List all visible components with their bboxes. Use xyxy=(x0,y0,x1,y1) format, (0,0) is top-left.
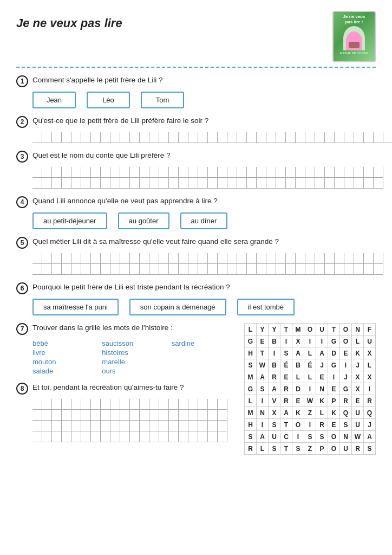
writing-cell[interactable] xyxy=(159,132,169,143)
writing-cell[interactable] xyxy=(257,132,266,143)
writing-cell[interactable] xyxy=(218,253,227,264)
writing-cell[interactable] xyxy=(325,167,335,178)
writing-cell[interactable] xyxy=(335,253,344,264)
writing-cell[interactable] xyxy=(247,167,257,178)
writing-cell[interactable] xyxy=(159,421,169,431)
writing-cell[interactable] xyxy=(305,132,315,143)
q6-option-1[interactable]: sa maîtresse l'a puni xyxy=(32,299,119,315)
writing-cell[interactable] xyxy=(198,431,208,442)
writing-cell[interactable] xyxy=(101,167,110,178)
writing-row[interactable] xyxy=(32,399,236,410)
writing-cell[interactable] xyxy=(140,178,149,189)
writing-cell[interactable] xyxy=(101,132,110,143)
writing-cell[interactable] xyxy=(179,431,188,442)
writing-cell[interactable] xyxy=(52,178,62,189)
writing-cell[interactable] xyxy=(237,167,247,178)
writing-cell[interactable] xyxy=(227,178,237,189)
writing-cell[interactable] xyxy=(227,253,237,264)
writing-cell[interactable] xyxy=(305,264,315,275)
writing-cell[interactable] xyxy=(364,132,374,143)
writing-cell[interactable] xyxy=(257,264,266,275)
writing-cell[interactable] xyxy=(149,399,159,410)
writing-cell[interactable] xyxy=(32,264,42,275)
writing-cell[interactable] xyxy=(110,399,120,410)
writing-cell[interactable] xyxy=(169,410,179,421)
writing-cell[interactable] xyxy=(91,264,101,275)
writing-cell[interactable] xyxy=(62,178,71,189)
writing-cell[interactable] xyxy=(120,399,130,410)
writing-cell[interactable] xyxy=(208,167,218,178)
writing-cell[interactable] xyxy=(354,264,364,275)
writing-cell[interactable] xyxy=(101,399,110,410)
writing-cell[interactable] xyxy=(198,421,208,431)
writing-cell[interactable] xyxy=(296,178,305,189)
writing-cell[interactable] xyxy=(91,431,101,442)
writing-cell[interactable] xyxy=(32,431,42,442)
writing-cell[interactable] xyxy=(188,421,198,431)
writing-cell[interactable] xyxy=(32,421,42,431)
writing-cell[interactable] xyxy=(198,167,208,178)
writing-cell[interactable] xyxy=(149,421,159,431)
writing-cell[interactable] xyxy=(140,264,149,275)
writing-cell[interactable] xyxy=(266,167,276,178)
writing-cell[interactable] xyxy=(169,253,179,264)
writing-cell[interactable] xyxy=(159,399,169,410)
writing-cell[interactable] xyxy=(335,132,344,143)
writing-cell[interactable] xyxy=(81,399,91,410)
writing-cell[interactable] xyxy=(188,399,198,410)
writing-cell[interactable] xyxy=(208,264,218,275)
writing-row[interactable] xyxy=(32,253,376,264)
writing-cell[interactable] xyxy=(52,167,62,178)
writing-cell[interactable] xyxy=(140,431,149,442)
writing-cell[interactable] xyxy=(188,132,198,143)
writing-cell[interactable] xyxy=(198,399,208,410)
q1-option-tom[interactable]: Tom xyxy=(141,92,184,108)
writing-row[interactable] xyxy=(32,431,236,442)
writing-cell[interactable] xyxy=(344,264,354,275)
writing-cell[interactable] xyxy=(364,253,374,264)
writing-cell[interactable] xyxy=(149,167,159,178)
writing-cell[interactable] xyxy=(120,178,130,189)
writing-cell[interactable] xyxy=(101,178,110,189)
writing-cell[interactable] xyxy=(71,178,81,189)
writing-cell[interactable] xyxy=(71,167,81,178)
writing-cell[interactable] xyxy=(91,421,101,431)
writing-cell[interactable] xyxy=(227,132,237,143)
writing-row[interactable] xyxy=(32,167,376,178)
writing-cell[interactable] xyxy=(198,253,208,264)
writing-cell[interactable] xyxy=(188,431,198,442)
writing-cell[interactable] xyxy=(276,132,286,143)
writing-cell[interactable] xyxy=(198,410,208,421)
writing-cell[interactable] xyxy=(266,253,276,264)
writing-cell[interactable] xyxy=(110,421,120,431)
writing-cell[interactable] xyxy=(110,264,120,275)
q4-option-3[interactable]: au dîner xyxy=(180,212,228,229)
writing-cell[interactable] xyxy=(101,431,110,442)
writing-cell[interactable] xyxy=(140,421,149,431)
writing-cell[interactable] xyxy=(169,167,179,178)
writing-cell[interactable] xyxy=(286,167,296,178)
writing-cell[interactable] xyxy=(52,253,62,264)
writing-cell[interactable] xyxy=(218,399,227,410)
writing-cell[interactable] xyxy=(101,264,110,275)
writing-cell[interactable] xyxy=(149,264,159,275)
writing-cell[interactable] xyxy=(305,253,315,264)
writing-cell[interactable] xyxy=(188,253,198,264)
writing-cell[interactable] xyxy=(32,410,42,421)
writing-cell[interactable] xyxy=(71,264,81,275)
writing-cell[interactable] xyxy=(266,264,276,275)
writing-cell[interactable] xyxy=(335,167,344,178)
writing-cell[interactable] xyxy=(62,421,71,431)
writing-cell[interactable] xyxy=(237,132,247,143)
writing-cell[interactable] xyxy=(286,264,296,275)
writing-cell[interactable] xyxy=(344,253,354,264)
writing-cell[interactable] xyxy=(247,264,257,275)
writing-cell[interactable] xyxy=(325,264,335,275)
writing-cell[interactable] xyxy=(62,253,71,264)
writing-cell[interactable] xyxy=(218,178,227,189)
writing-cell[interactable] xyxy=(32,253,42,264)
writing-cell[interactable] xyxy=(62,410,71,421)
writing-cell[interactable] xyxy=(315,253,325,264)
writing-cell[interactable] xyxy=(344,132,354,143)
writing-cell[interactable] xyxy=(266,178,276,189)
